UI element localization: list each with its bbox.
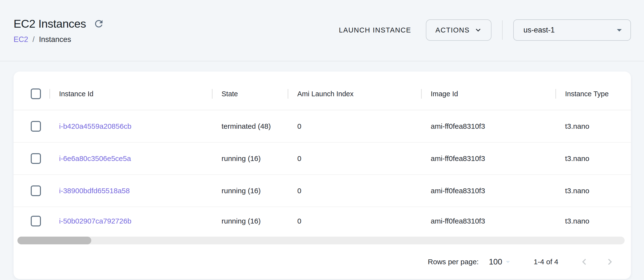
page-header: EC2 Instances EC2 / Instances LAUNCH INS… [0,0,644,61]
breadcrumb-current: Instances [39,35,71,44]
cell-ami-launch-index: 0 [288,217,421,225]
cell-instance-type: t3.nano [556,122,631,130]
refresh-button[interactable] [92,17,105,30]
rows-per-page-label: Rows per page: [428,258,479,266]
instance-id-link[interactable]: i-50b02907ca792726b [59,217,132,225]
cell-instance-type: t3.nano [556,217,631,225]
instance-id-link[interactable]: i-b420a4559a20856cb [59,122,132,130]
row-checkbox[interactable] [31,216,41,226]
actions-button[interactable]: ACTIONS [426,20,492,41]
region-select-value: us-east-1 [524,26,555,35]
instances-card: Instance Id State Ami Launch Index Image… [14,72,631,279]
toolbar-divider [502,20,502,40]
chevron-down-icon [474,26,483,35]
page-title: EC2 Instances [14,17,86,30]
row-checkbox[interactable] [31,153,41,164]
cell-image-id: ami-ff0fea8310f3 [421,217,556,225]
breadcrumb-link-ec2[interactable]: EC2 [14,35,28,44]
table-header-row: Instance Id State Ami Launch Index Image… [14,78,631,110]
rows-per-page-value: 100 [489,257,502,266]
column-header-ami-launch-index: Ami Launch Index [288,90,421,98]
horizontal-scrollbar-thumb[interactable] [18,237,91,244]
table-row: i-38900bdfd65518a58 running (16) 0 ami-f… [14,175,631,207]
instance-id-link[interactable]: i-38900bdfd65518a58 [59,187,130,195]
cell-image-id: ami-ff0fea8310f3 [421,122,556,130]
instance-id-link[interactable]: i-6e6a80c3506e5ce5a [59,154,131,162]
row-checkbox[interactable] [31,121,41,132]
next-page-button[interactable] [604,256,616,268]
cell-image-id: ami-ff0fea8310f3 [421,154,556,163]
region-select[interactable]: us-east-1 [513,20,631,41]
cell-instance-type: t3.nano [556,187,631,195]
cell-state: running (16) [212,187,288,195]
dropdown-arrow-icon [503,257,513,267]
column-header-instance-type: Instance Type [556,90,631,98]
select-all-checkbox[interactable] [31,89,41,99]
cell-state: terminated (48) [212,122,288,130]
column-header-state: State [212,90,288,98]
cell-ami-launch-index: 0 [288,122,421,130]
column-header-instance-id: Instance Id [50,90,212,98]
chevron-left-icon [578,256,590,268]
previous-page-button[interactable] [578,256,590,268]
breadcrumb-separator: / [32,35,34,44]
launch-instance-button[interactable]: LAUNCH INSTANCE [334,26,417,34]
cell-image-id: ami-ff0fea8310f3 [421,187,556,195]
row-checkbox[interactable] [31,185,41,196]
table-row: i-50b02907ca792726b running (16) 0 ami-f… [14,207,631,235]
pagination-bar: Rows per page: 100 1-4 of 4 [14,244,631,279]
table-row: i-6e6a80c3506e5ce5a running (16) 0 ami-f… [14,143,631,175]
dropdown-arrow-icon [614,24,625,36]
cell-state: running (16) [212,217,288,225]
rows-per-page-select[interactable]: 100 [489,257,513,267]
cell-state: running (16) [212,154,288,163]
chevron-right-icon [604,256,616,268]
cell-ami-launch-index: 0 [288,187,421,195]
actions-button-label: ACTIONS [436,26,470,34]
refresh-icon [93,18,104,29]
column-header-image-id: Image Id [421,90,556,98]
table-row: i-b420a4559a20856cb terminated (48) 0 am… [14,110,631,143]
horizontal-scrollbar-track[interactable] [18,237,625,244]
page-header-left: EC2 Instances EC2 / Instances [14,0,105,61]
cell-ami-launch-index: 0 [288,154,421,163]
cell-instance-type: t3.nano [556,154,631,163]
header-checkbox-cell [14,89,50,99]
pagination-range-label: 1-4 of 4 [534,258,558,266]
page-header-actions: LAUNCH INSTANCE ACTIONS us-east-1 [334,20,631,41]
breadcrumb: EC2 / Instances [14,35,105,44]
